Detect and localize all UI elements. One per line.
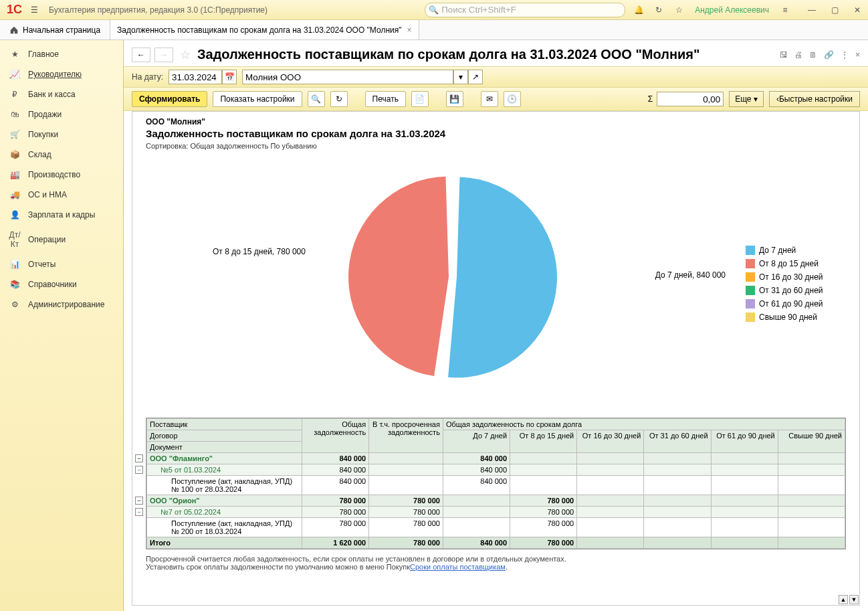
tab-close-icon[interactable]: × — [407, 25, 412, 35]
bell-icon[interactable]: 🔔 — [631, 2, 647, 18]
cell-b2 — [510, 476, 577, 495]
cell-overdue: 780 000 — [369, 507, 443, 518]
topbar-right-icons: 🔔 ↻ ☆ Андрей Алексеевич ≡ — [631, 2, 793, 18]
legend-swatch — [746, 286, 755, 295]
legend-swatch — [746, 259, 755, 268]
sidebar-item-12[interactable]: ⚙Администрирование — [0, 294, 123, 315]
table-row[interactable]: −ООО "Фламинго"840 000840 000 — [147, 453, 845, 464]
tree-toggle-icon[interactable]: − — [135, 466, 143, 474]
nav-forward-button[interactable]: → — [154, 48, 173, 62]
sidebar-icon-ruble: ₽ — [8, 90, 21, 99]
report-footnote: Просроченной считается любая задолженнос… — [146, 555, 846, 571]
cell-total: 780 000 — [302, 495, 368, 507]
legend-label: От 16 до 30 дней — [759, 272, 823, 282]
star-icon[interactable]: ☆ — [671, 2, 687, 18]
table-total-row: Итого1 620 000780 000840 000780 000 — [147, 537, 845, 549]
cell-b3 — [577, 518, 644, 537]
preview-icon[interactable]: 🗎 — [809, 50, 817, 60]
sidebar-item-9[interactable]: Дт/КтОперации — [0, 225, 123, 254]
cell-b2 — [510, 453, 577, 464]
sidebar-item-7[interactable]: 🚚ОС и НМА — [0, 185, 123, 205]
print-button[interactable]: Печать — [365, 91, 406, 107]
sidebar-label: ОС и НМА — [28, 190, 67, 199]
sidebar-icon-bag: 🛍 — [8, 110, 21, 119]
tree-toggle-icon[interactable]: − — [135, 454, 143, 462]
organization-input[interactable] — [242, 70, 453, 84]
quick-settings-button[interactable]: ‹ Быстрые настройки — [769, 91, 860, 107]
save-disk-icon[interactable]: 💾 — [446, 91, 463, 107]
find-icon[interactable]: 🔍 — [308, 91, 325, 107]
print-icon[interactable]: 🖨 — [794, 50, 802, 60]
cell-b6 — [778, 464, 845, 476]
sum-input[interactable] — [657, 92, 724, 106]
sidebar-item-8[interactable]: 👤Зарплата и кадры — [0, 205, 123, 225]
table-row[interactable]: −№5 от 01.03.2024840 000840 000 — [147, 464, 845, 476]
legend-label: От 31 до 60 дней — [759, 286, 823, 295]
sidebar-icon-truck: 🚚 — [8, 190, 21, 199]
sidebar-label: Операции — [28, 235, 66, 244]
current-user[interactable]: Андрей Алексеевич — [695, 5, 769, 15]
sidebar-item-6[interactable]: 🏭Производство — [0, 165, 123, 185]
table-row[interactable]: −№7 от 05.02.2024780 000780 000780 000 — [147, 507, 845, 518]
table-row[interactable]: Поступление (акт, накладная, УПД) № 200 … — [147, 518, 845, 537]
payment-terms-link[interactable]: Сроки оплаты поставщикам — [410, 563, 506, 571]
date-input[interactable] — [169, 70, 222, 84]
sidebar-icon-bars: 📊 — [8, 260, 21, 269]
cell-b2: 780 000 — [510, 507, 577, 518]
cell-b1: 840 000 — [443, 476, 510, 495]
sum-box: Σ — [648, 92, 724, 106]
global-search-input[interactable] — [425, 3, 625, 17]
calendar-icon[interactable]: 📅 — [222, 70, 237, 84]
show-settings-button[interactable]: Показать настройки — [213, 91, 302, 107]
generate-button[interactable]: Сформировать — [132, 91, 207, 107]
th-total: Общая задолженность — [302, 419, 368, 453]
close-icon[interactable]: ✕ — [849, 2, 865, 18]
tree-toggle-icon[interactable]: − — [135, 508, 143, 516]
link-icon[interactable]: 🔗 — [824, 50, 834, 60]
save-icon[interactable]: 🖫 — [780, 50, 788, 60]
sidebar-item-11[interactable]: 📚Справочники — [0, 274, 123, 294]
sidebar-item-10[interactable]: 📊Отчеты — [0, 254, 123, 274]
cell-b6 — [778, 507, 845, 518]
sidebar-item-3[interactable]: 🛍Продажи — [0, 104, 123, 124]
content-area: ← → ☆ Задолженность поставщикам по срока… — [124, 40, 868, 611]
scroll-down-icon[interactable]: ▼ — [849, 595, 859, 604]
export-icon[interactable]: 📄 — [411, 91, 429, 107]
sidebar-label: Отчеты — [28, 260, 56, 269]
close-report-icon[interactable]: × — [855, 50, 860, 60]
sidebar-icon-factory: 🏭 — [8, 170, 21, 179]
legend-row-4: От 61 до 90 дней — [746, 299, 846, 309]
tab-home[interactable]: Начальная страница — [0, 20, 110, 39]
cell-b1 — [443, 507, 510, 518]
refresh-icon[interactable]: ↻ — [330, 91, 348, 107]
open-org-icon[interactable]: ↗ — [468, 70, 483, 84]
more-vertical-icon[interactable]: ⋮ — [841, 50, 849, 60]
main-menu-icon[interactable]: ☰ — [26, 2, 42, 18]
sidebar-item-2[interactable]: ₽Банк и касса — [0, 84, 123, 104]
nav-back-button[interactable]: ← — [132, 48, 150, 62]
sidebar-item-4[interactable]: 🛒Покупки — [0, 124, 123, 145]
favorite-star-icon[interactable]: ☆ — [180, 48, 191, 62]
tree-toggle-icon[interactable]: − — [135, 497, 143, 505]
scroll-up-icon[interactable]: ▲ — [839, 595, 848, 604]
more-button[interactable]: Еще ▾ — [729, 91, 764, 107]
sidebar-item-0[interactable]: ★Главное — [0, 44, 123, 64]
legend-swatch — [746, 272, 755, 282]
tab-report[interactable]: Задолженность поставщикам по срокам долг… — [110, 20, 419, 39]
email-icon[interactable]: ✉ — [481, 91, 498, 107]
legend-row-3: От 31 до 60 дней — [746, 286, 846, 295]
th-supplier: Поставщик — [147, 419, 302, 430]
sidebar-item-1[interactable]: 📈Руководителю — [0, 64, 123, 84]
table-row[interactable]: −ООО "Орион"780 000780 000780 000 — [147, 495, 845, 507]
history-icon[interactable]: ↻ — [651, 2, 667, 18]
report-body[interactable]: ООО "Молния" Задолженность поставщикам п… — [132, 111, 860, 606]
table-row[interactable]: Поступление (акт, накладная, УПД) № 100 … — [147, 476, 845, 495]
maximize-icon[interactable]: ▢ — [827, 2, 843, 18]
tab-home-label: Начальная страница — [23, 25, 100, 35]
minimize-icon[interactable]: — — [804, 2, 820, 18]
dropdown-icon[interactable]: ▾ — [453, 70, 468, 84]
schedule-icon[interactable]: 🕒 — [504, 91, 521, 107]
user-menu-icon[interactable]: ≡ — [777, 2, 793, 18]
sidebar-item-5[interactable]: 📦Склад — [0, 145, 123, 165]
sidebar-icon-dtkt: Дт/Кт — [8, 230, 21, 249]
